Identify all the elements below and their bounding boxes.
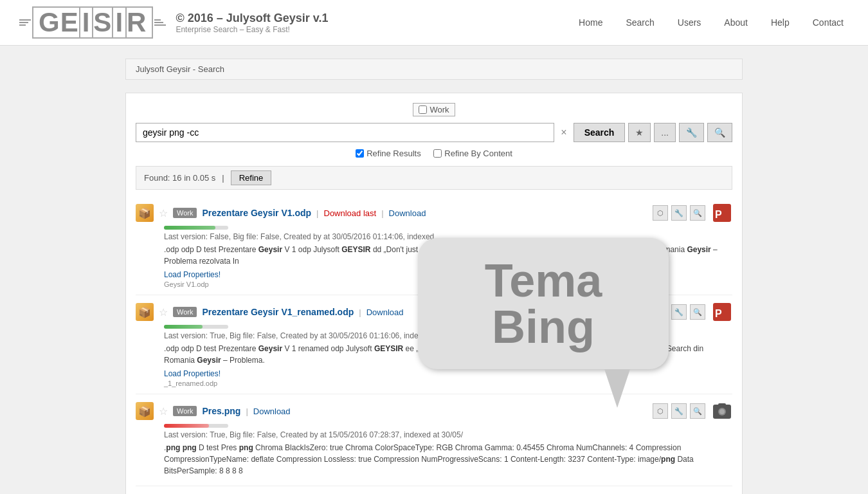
ppt-icon: P [712,203,732,223]
svg-rect-7 [718,403,726,406]
network-icon[interactable]: ⬡ [653,205,668,221]
nav-search[interactable]: Search [620,14,659,31]
network-icon[interactable]: ⬡ [653,403,668,419]
result-row1: 📦 ☆ Work Prezentare Geysir V1_renamed.od… [136,302,732,322]
svg-point-6 [719,409,725,414]
result-row1: 📦 ☆ Work Pres.png | Download ⬡ 🔧 🔍 [136,401,732,421]
star-search-button[interactable]: ★ [628,123,651,142]
zoom-icon[interactable]: 🔍 [690,304,705,320]
network-icon[interactable]: ⬡ [653,304,668,320]
logo-area: GEISIR © 2016 – Julysoft Geysir v.1 Ente… [19,6,328,39]
result-item: 📦 ☆ Work Prezentare Geysir V1.odp | Down… [136,196,732,295]
page-header: Julysoft Geysir - Search [125,59,743,80]
result-file-icon: 📦 [136,402,154,420]
svg-text:P: P [715,308,722,319]
brand-title: © 2016 – Julysoft Geysir v.1 [176,12,328,25]
result-meta: Last version: True, Big file: False, Cre… [164,331,732,340]
refine-by-content-checkbox[interactable] [433,149,442,158]
results-bar: Found: 16 in 0.05 s | Refine [136,166,732,190]
header: GEISIR © 2016 – Julysoft Geysir v.1 Ente… [0,0,868,46]
work-row: Work [136,103,732,116]
tools-icon[interactable]: 🔧 [671,403,687,419]
action-icons: ⬡ 🔧 🔍 [653,401,732,421]
action-icons: ⬡ 🔧 🔍 P [653,302,732,322]
result-item: 📦 ☆ Work Pres.png | Download ⬡ 🔧 🔍 Last … [136,394,732,486]
zoom-icon[interactable]: 🔍 [690,403,705,419]
result-file-icon: 📦 [136,204,154,222]
work-checkbox[interactable] [419,105,427,114]
tools-icon[interactable]: 🔧 [671,304,687,320]
download-link[interactable]: Download [253,407,291,416]
star-icon[interactable]: ☆ [159,207,168,219]
progress-bar-3 [164,424,732,428]
progress-bar-1 [164,226,732,230]
camera-icon [712,401,732,421]
nav-contact[interactable]: Contact [808,14,849,31]
brand-subtitle: Enterprise Search – Easy & Fast! [176,25,328,34]
result-snippet: .odp odp D test Prezentare Geysir V 1 re… [164,343,732,366]
download-last-link[interactable]: Download last [324,208,377,218]
result-title[interactable]: Prezentare Geysir V1.odp [202,208,311,218]
search-input[interactable] [136,123,554,142]
load-properties-link[interactable]: Load Properties! [164,270,221,279]
file-path: _1_renamed.odp [164,380,732,387]
refine-by-content-label[interactable]: Refine By Content [433,149,512,158]
action-icons: ⬡ 🔧 🔍 P [653,203,732,223]
star-icon[interactable]: ☆ [159,306,168,318]
work-badge: Work [173,208,197,218]
navigation: Home Search Users About Help Contact [574,14,849,31]
star-icon[interactable]: ☆ [159,405,168,417]
zoom-icon[interactable]: 🔍 [690,205,705,221]
refine-button[interactable]: Refine [231,170,272,185]
result-item: 📦 ☆ Work Prezentare Geysir V1_renamed.od… [136,295,732,394]
download-link[interactable]: Download [366,307,404,317]
found-text: Found: 16 in 0.05 s [144,173,215,183]
result-meta: Last version: True, Big file: False, Cre… [164,430,732,439]
tools-icon[interactable]: 🔧 [671,205,687,221]
clear-button[interactable]: × [557,127,570,138]
load-properties-link[interactable]: Load Properties! [164,369,221,378]
magnify-button[interactable]: 🔍 [707,123,732,142]
result-file-icon: 📦 [136,303,154,321]
search-bar: × Search ★ ... 🔧 🔍 [136,123,732,142]
progress-bar-2 [164,325,732,329]
result-snippet: .odp odp D test Prezentare Geysir V 1 od… [164,244,732,267]
result-title[interactable]: Prezentare Geysir V1_renamed.odp [202,307,354,317]
svg-text:P: P [715,209,722,220]
main-content: Work × Search ★ ... 🔧 🔍 Refine Results R… [125,93,743,494]
more-options-button[interactable]: ... [654,123,676,142]
result-meta: Last version: False, Big file: False, Cr… [164,232,732,241]
nav-users[interactable]: Users [673,14,707,31]
refine-results-checkbox[interactable] [356,149,364,158]
result-row1: 📦 ☆ Work Prezentare Geysir V1.odp | Down… [136,203,732,223]
work-checkbox-label[interactable]: Work [413,103,455,116]
refine-row: Refine Results Refine By Content [136,149,732,160]
nav-home[interactable]: Home [574,14,608,31]
nav-help[interactable]: Help [766,14,795,31]
file-path: Geysir V1.odp [164,280,732,288]
brand-info: © 2016 – Julysoft Geysir v.1 Enterprise … [176,12,328,34]
search-button[interactable]: Search [574,123,626,142]
refine-results-label[interactable]: Refine Results [356,149,421,158]
work-badge: Work [173,307,197,317]
result-title[interactable]: Pres.png [202,406,240,416]
download-link[interactable]: Download [389,208,426,218]
ppt-icon: P [712,302,732,322]
nav-about[interactable]: About [719,14,753,31]
work-badge: Work [173,406,197,416]
logo: GEISIR [32,6,153,39]
tools-button[interactable]: 🔧 [679,123,704,142]
result-snippet: .png png D test Pres png Chroma BlackIsZ… [164,442,732,477]
